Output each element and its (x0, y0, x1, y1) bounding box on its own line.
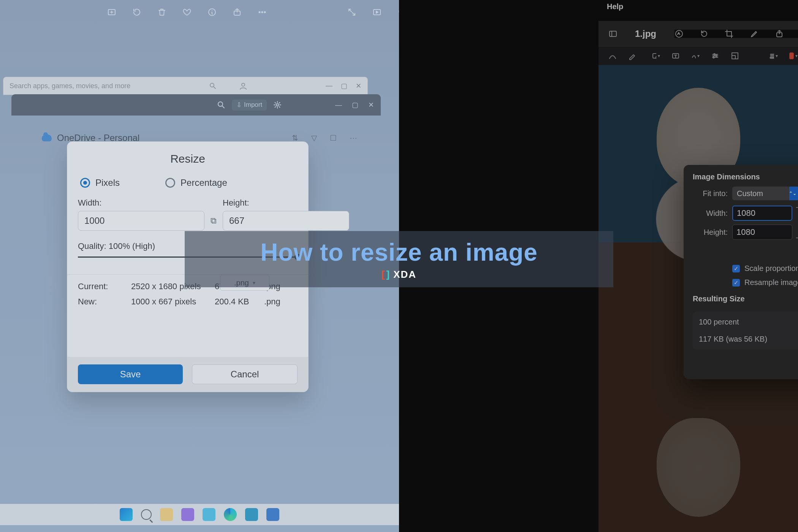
chat-icon[interactable] (181, 508, 194, 521)
import-button[interactable]: ⇩ Import (232, 100, 267, 111)
search-icon[interactable] (216, 100, 226, 110)
maximize-icon[interactable]: ▢ (341, 82, 347, 90)
rotate-icon[interactable] (131, 7, 142, 17)
select-icon[interactable]: ☐ (330, 133, 337, 142)
unit-radio-group: Pixels Percentage (80, 177, 298, 188)
fit-into-label: Fit into: (693, 189, 728, 198)
start-icon[interactable] (120, 508, 133, 521)
more-icon[interactable] (257, 7, 268, 17)
new-dims: 1000 x 667 pixels (131, 297, 215, 307)
text-icon[interactable] (671, 52, 680, 60)
adjust-size-icon[interactable] (731, 52, 739, 60)
line-weight-icon[interactable] (770, 52, 778, 60)
sketch-icon[interactable] (608, 52, 617, 60)
resulting-header: Resulting Size (693, 294, 798, 303)
crop-icon[interactable] (725, 30, 733, 38)
shapes-icon[interactable] (652, 52, 660, 60)
sign-icon[interactable] (691, 52, 700, 60)
radio-dot-icon (80, 178, 90, 188)
fill-color-icon[interactable] (789, 52, 798, 60)
resample-checkbox[interactable]: ✓ (732, 279, 740, 287)
slideshow-icon[interactable] (372, 7, 382, 17)
scale-label: Scale proportionally (744, 264, 798, 273)
task-view-icon[interactable] (160, 508, 173, 521)
draw-icon[interactable] (628, 52, 636, 60)
more-icon[interactable]: ⋯ (350, 133, 357, 142)
svg-point-9 (242, 83, 245, 86)
svg-point-5 (264, 11, 265, 13)
svg-point-20 (714, 54, 715, 55)
sidebar-toggle-icon[interactable] (608, 30, 617, 38)
filter-icon[interactable]: ▽ (311, 133, 317, 142)
fullscreen-icon[interactable] (347, 7, 357, 17)
settings-icon[interactable] (272, 100, 283, 110)
svg-point-21 (716, 55, 717, 57)
edge-icon[interactable] (224, 508, 237, 521)
share-icon[interactable] (232, 7, 242, 17)
bracket-left-icon: [ (382, 269, 386, 280)
fit-into-dropdown[interactable]: Custom ⌃⌄ (732, 187, 798, 200)
link-aspect-icon[interactable]: ⧉ (211, 211, 217, 231)
new-size: 200.4 KB (215, 297, 264, 307)
import-label: Import (244, 101, 262, 109)
store-search-placeholder[interactable]: Search apps, games, movies, and more (10, 82, 130, 90)
add-to-album-icon[interactable] (106, 7, 117, 17)
maximize-icon[interactable]: ▢ (352, 101, 358, 109)
bracket-right-icon: ] (386, 269, 391, 280)
minimize-icon[interactable]: — (335, 101, 342, 109)
delete-icon[interactable] (157, 7, 167, 17)
scale-checkbox[interactable]: ✓ (732, 265, 740, 272)
height-label: Height: (223, 198, 349, 208)
new-ext: .png (264, 297, 291, 307)
taskbar-search-icon[interactable] (141, 509, 152, 520)
xda-logo: [ ] XDA (382, 269, 416, 280)
mac-width-input[interactable] (732, 206, 792, 221)
store-window: Search apps, games, movies, and more — ▢… (3, 77, 368, 95)
favorite-icon[interactable] (182, 7, 192, 17)
markup-icon[interactable] (674, 30, 683, 38)
height-input[interactable] (223, 211, 349, 231)
resulting-percent: 100 percent (699, 318, 798, 326)
cloud-icon (42, 135, 52, 141)
mac-height-label: Height: (693, 228, 728, 237)
cancel-button[interactable]: Cancel (192, 364, 298, 384)
svg-point-22 (713, 57, 714, 58)
share-icon[interactable] (775, 30, 783, 38)
mac-toolbar-main: 1.jpg (598, 21, 798, 47)
file-explorer-icon[interactable] (203, 508, 215, 521)
mac-image-dimensions-dialog: Image Dimensions Fit into: Custom ⌃⌄ pix… (684, 165, 798, 379)
minimize-icon[interactable]: — (326, 82, 332, 90)
radio-percentage[interactable]: Percentage (165, 177, 227, 188)
svg-point-3 (259, 11, 260, 13)
file-name: 1.jpg (635, 28, 656, 39)
save-button[interactable]: Save (78, 364, 183, 384)
search-icon[interactable] (207, 81, 218, 91)
article-title-overlay: How to resize an image [ ] XDA (185, 231, 613, 287)
mac-menubar: Help (598, 2, 798, 12)
photos-app-icon[interactable] (266, 508, 279, 521)
width-input[interactable] (78, 211, 204, 231)
resample-label: Resample image (744, 278, 798, 287)
svg-point-4 (261, 11, 263, 13)
close-icon[interactable]: ✕ (356, 82, 361, 90)
account-icon[interactable] (238, 81, 249, 91)
info-icon[interactable] (207, 7, 217, 17)
radio-pixels[interactable]: Pixels (80, 177, 120, 188)
mac-height-input[interactable] (732, 225, 792, 240)
radio-dot-icon (165, 178, 175, 188)
close-icon[interactable]: ✕ (368, 101, 374, 109)
current-label: Current: (78, 282, 131, 291)
import-icon: ⇩ (236, 101, 242, 109)
headline: How to resize an image (260, 238, 538, 266)
win-taskbar (0, 504, 399, 525)
radio-percentage-label: Percentage (180, 177, 227, 188)
radio-pixels-label: Pixels (95, 177, 120, 188)
rotate-icon[interactable] (700, 30, 708, 38)
store-icon[interactable] (245, 508, 258, 521)
menu-help[interactable]: Help (607, 2, 623, 11)
mac-dialog-header: Image Dimensions (693, 173, 798, 181)
adjust-color-icon[interactable] (711, 52, 719, 60)
highlight-icon[interactable] (750, 30, 758, 38)
win-viewer-toolbar (106, 7, 407, 17)
brand-text: XDA (393, 269, 416, 280)
